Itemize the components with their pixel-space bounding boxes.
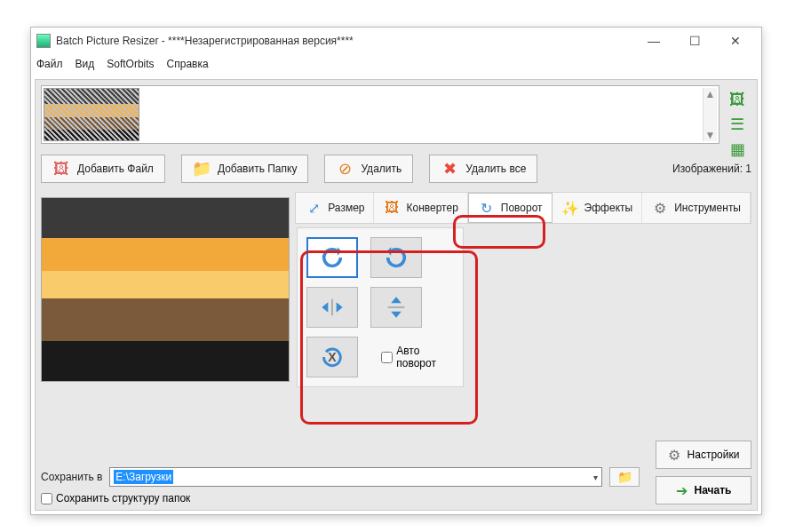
tab-tools-label: Инструменты bbox=[674, 202, 741, 214]
tab-effects-label: Эффекты bbox=[584, 202, 633, 214]
delete-all-button[interactable]: ✖ Удалить все bbox=[429, 155, 537, 183]
svg-text:X: X bbox=[329, 350, 338, 364]
gear-icon: ⚙ bbox=[668, 447, 680, 464]
add-folder-button[interactable]: 📁 Добавить Папку bbox=[181, 155, 309, 183]
tabs-panel: ⤢ Размер 🖼 Конвертер ↻ Поворот ✨ Эффекты bbox=[295, 192, 751, 423]
keep-structure-checkbox[interactable] bbox=[41, 493, 52, 504]
thumbnail-strip[interactable]: ▲▼ bbox=[41, 85, 719, 144]
rotate-ccw-button[interactable] bbox=[306, 237, 358, 278]
tab-resize[interactable]: ⤢ Размер bbox=[296, 193, 374, 223]
auto-rotate-icon: X bbox=[320, 345, 345, 369]
play-icon: ➔ bbox=[676, 482, 688, 499]
effects-icon: ✨ bbox=[561, 199, 579, 217]
keep-structure-label: Сохранить структуру папок bbox=[56, 492, 190, 504]
app-icon bbox=[36, 34, 51, 48]
view-grid-icon[interactable]: ▦ bbox=[725, 139, 750, 160]
flip-horizontal-button[interactable] bbox=[306, 287, 358, 328]
add-file-icon: 🖼 bbox=[52, 160, 70, 178]
menu-bar: Файл Вид SoftOrbits Справка bbox=[31, 54, 761, 74]
client-area: ▲▼ 🖼 ☰ ▦ 🖼 Добавить Файл 📁 Добавить Папк… bbox=[35, 79, 758, 511]
add-file-label: Добавить Файл bbox=[77, 163, 154, 175]
resize-icon: ⤢ bbox=[305, 199, 322, 217]
rotate-cw-icon bbox=[384, 245, 409, 270]
flip-vertical-icon bbox=[384, 295, 409, 320]
maximize-button[interactable]: ☐ bbox=[674, 28, 715, 53]
auto-rotate-label: Авто поворот bbox=[396, 345, 436, 369]
work-area: ⤢ Размер 🖼 Конвертер ↻ Поворот ✨ Эффекты bbox=[41, 192, 751, 423]
preview-image bbox=[41, 197, 290, 382]
tools-icon: ⚙ bbox=[651, 199, 669, 217]
save-to-label: Сохранить в bbox=[41, 471, 102, 483]
tab-rotate-label: Поворот bbox=[501, 202, 543, 214]
start-label: Начать bbox=[695, 484, 732, 496]
settings-button[interactable]: ⚙ Настройки bbox=[656, 441, 751, 469]
delete-all-icon: ✖ bbox=[441, 160, 458, 178]
add-folder-label: Добавить Папку bbox=[218, 163, 298, 175]
save-path-value: E:\Загрузки bbox=[114, 470, 173, 484]
window-title: Batch Picture Resizer - ****Незарегистри… bbox=[56, 35, 633, 47]
close-button[interactable]: ✕ bbox=[715, 28, 756, 53]
tab-tools[interactable]: ⚙ Инструменты bbox=[642, 193, 751, 223]
minimize-button[interactable]: — bbox=[633, 28, 674, 53]
delete-button[interactable]: ⊘ Удалить bbox=[324, 155, 413, 183]
menu-help[interactable]: Справка bbox=[167, 58, 209, 70]
main-toolbar: 🖼 Добавить Файл 📁 Добавить Папку ⊘ Удали… bbox=[41, 151, 751, 187]
tab-rotate[interactable]: ↻ Поворот bbox=[468, 193, 553, 223]
menu-file[interactable]: Файл bbox=[36, 58, 63, 70]
view-list-icon[interactable]: ☰ bbox=[725, 114, 750, 135]
thumbnail-item[interactable] bbox=[44, 88, 139, 141]
auto-rotate-checkbox[interactable] bbox=[381, 352, 393, 363]
view-thumbnails-icon[interactable]: 🖼 bbox=[725, 89, 750, 110]
save-path-dropdown[interactable]: E:\Загрузки bbox=[109, 467, 602, 487]
flip-horizontal-icon bbox=[320, 295, 345, 320]
tab-convert[interactable]: 🖼 Конвертер bbox=[374, 193, 467, 223]
menu-view[interactable]: Вид bbox=[76, 58, 95, 70]
add-file-button[interactable]: 🖼 Добавить Файл bbox=[41, 155, 165, 183]
start-button[interactable]: ➔ Начать bbox=[656, 476, 751, 504]
delete-label: Удалить bbox=[361, 163, 401, 175]
auto-rotate-checkbox-group: Авто поворот bbox=[381, 337, 422, 377]
tab-strip: ⤢ Размер 🖼 Конвертер ↻ Поворот ✨ Эффекты bbox=[295, 192, 751, 224]
rotate-ccw-icon bbox=[320, 245, 345, 270]
delete-icon: ⊘ bbox=[336, 160, 354, 178]
thumbnail-scrollbar[interactable]: ▲▼ bbox=[703, 88, 717, 141]
browse-folder-button[interactable]: 📁 bbox=[609, 467, 640, 487]
menu-softorbits[interactable]: SoftOrbits bbox=[107, 58, 154, 70]
title-bar: Batch Picture Resizer - ****Незарегистри… bbox=[31, 28, 761, 54]
bottom-panel: Сохранить в E:\Загрузки 📁 Сохранить стру… bbox=[41, 467, 751, 504]
delete-all-label: Удалить все bbox=[465, 163, 526, 175]
tab-effects[interactable]: ✨ Эффекты bbox=[553, 193, 643, 223]
app-window: Batch Picture Resizer - ****Незарегистри… bbox=[30, 27, 762, 515]
flip-vertical-button[interactable] bbox=[370, 287, 422, 328]
image-count: Изображений: 1 bbox=[672, 163, 751, 175]
convert-icon: 🖼 bbox=[383, 199, 401, 217]
rotate-icon: ↻ bbox=[478, 199, 496, 217]
settings-label: Настройки bbox=[688, 449, 740, 461]
auto-rotate-button[interactable]: X bbox=[306, 337, 358, 377]
rotate-cw-button[interactable] bbox=[370, 237, 422, 278]
tab-resize-label: Размер bbox=[328, 202, 364, 214]
tab-convert-label: Конвертер bbox=[406, 202, 457, 214]
add-folder-icon: 📁 bbox=[193, 160, 211, 178]
rotate-panel: X Авто поворот bbox=[297, 227, 464, 387]
